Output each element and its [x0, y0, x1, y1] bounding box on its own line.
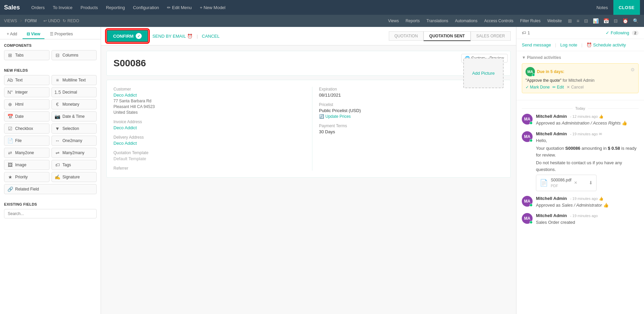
- update-prices-button[interactable]: 🔄 Update Prices: [319, 114, 504, 119]
- monetary-icon: €: [55, 102, 61, 107]
- nav-access-controls[interactable]: Access Controls: [482, 18, 515, 24]
- field-monetary[interactable]: € Monetary: [52, 99, 97, 109]
- gantt-view-icon[interactable]: ⊟: [612, 18, 619, 24]
- undo-button[interactable]: ↩ UNDO: [43, 19, 60, 23]
- breadcrumb: VIEWS > FORM ↩ UNDO ↻ REDO: [4, 19, 79, 23]
- grid-view-icon[interactable]: ⊟: [583, 18, 589, 24]
- customer-value[interactable]: Deco Addict: [113, 93, 305, 98]
- avatar-dot-4: [530, 221, 533, 224]
- msg-content-4: Mitchell Admin - 19 minutes ago Sales Or…: [536, 213, 639, 226]
- nav-automations[interactable]: Automations: [453, 18, 480, 24]
- field-many2many[interactable]: ⇌ Many2many: [52, 148, 97, 158]
- field-text-label: Text: [15, 78, 23, 82]
- tab-add[interactable]: + Add: [3, 30, 21, 39]
- field-one2many-label: One2many: [63, 138, 82, 143]
- field-html[interactable]: ⊕ Html: [4, 99, 49, 109]
- activity-item: MA Due in 5 days: "Approve the quote" fo…: [522, 63, 639, 93]
- nav-new-model[interactable]: + New Model: [197, 3, 229, 12]
- tab-view[interactable]: ⊟ View: [23, 30, 44, 39]
- invoice-address-label: Invoice Address: [113, 119, 305, 124]
- component-tabs-label: Tabs: [15, 53, 24, 58]
- field-selection[interactable]: ▼ Selection: [52, 124, 97, 134]
- pricelist-value: Public Pricelist (USD): [319, 108, 504, 113]
- search-icon[interactable]: 🔍: [632, 18, 640, 24]
- right-actions: Send message | Log note | ⏰ Schedule act…: [516, 39, 644, 51]
- pdf-download-button[interactable]: ⬇: [589, 179, 593, 186]
- activity-header: MA Due in 5 days: "Approve the quote" fo…: [526, 67, 635, 83]
- schedule-activity-button[interactable]: ⏰ Schedule activity: [586, 42, 626, 47]
- status-quotation[interactable]: QUOTATION: [389, 31, 424, 41]
- customer-address-line3: United States: [113, 110, 305, 115]
- list-view-icon[interactable]: ≡: [575, 18, 581, 24]
- field-checkbox[interactable]: ☑ Checkbox: [4, 124, 49, 134]
- send-by-email-button[interactable]: SEND BY EMAIL ⏰: [152, 34, 193, 39]
- cancel-activity-button[interactable]: ✕ Cancel: [567, 85, 584, 90]
- mark-done-button[interactable]: ✓ Mark Done: [526, 85, 550, 90]
- tag-icon: 🏷: [522, 30, 526, 35]
- nav-edit-menu[interactable]: ✏ Edit Menu: [164, 3, 195, 12]
- field-text[interactable]: Ab Text: [4, 75, 49, 85]
- redo-button[interactable]: ↻ REDO: [63, 19, 79, 23]
- confirm-icon: ✓: [136, 33, 142, 39]
- nav-products[interactable]: Products: [77, 3, 101, 12]
- new-fields-title: New Fields: [4, 68, 97, 72]
- close-button[interactable]: CLOSE: [613, 0, 640, 15]
- field-datetime[interactable]: 📷 Date & Time: [52, 111, 97, 121]
- status-quotation-sent[interactable]: QUOTATION SENT: [423, 31, 471, 41]
- field-related[interactable]: 🔗 Related Field: [4, 184, 97, 194]
- nav-reporting[interactable]: Reporting: [103, 3, 128, 12]
- field-signature[interactable]: ✍ Signature: [52, 172, 97, 182]
- nav-orders[interactable]: Orders: [28, 3, 48, 12]
- send-message-button[interactable]: Send message: [522, 42, 551, 47]
- gear-icon[interactable]: ⚙: [631, 67, 635, 72]
- new-fields-grid: Ab Text ≡ Multiline Text N° Integer 1.5 …: [4, 75, 97, 194]
- field-many2one[interactable]: ⇄ Many2one: [4, 148, 49, 158]
- tab-properties[interactable]: ☰ Properties: [46, 30, 77, 39]
- field-decimal[interactable]: 1.5 Decimal: [52, 87, 97, 97]
- field-integer[interactable]: N° Integer: [4, 87, 49, 97]
- field-tags[interactable]: 🏷 Tags: [52, 160, 97, 170]
- field-priority[interactable]: ★ Priority: [4, 172, 49, 182]
- expiration-value: 08/11/2021: [319, 93, 504, 98]
- field-date[interactable]: 📅 Date: [4, 111, 49, 121]
- field-multiline-text[interactable]: ≡ Multiline Text: [52, 75, 97, 85]
- nav-reports[interactable]: Reports: [404, 18, 422, 24]
- datetime-icon: 📷: [55, 114, 61, 119]
- nav-website[interactable]: Website: [545, 18, 564, 24]
- tag-badge[interactable]: 🏷 1: [522, 30, 530, 35]
- calendar-view-icon[interactable]: 📅: [602, 18, 610, 24]
- following-count: 2: [632, 31, 639, 35]
- delivery-address-value[interactable]: Deco Addict: [113, 141, 305, 146]
- second-bar-right: Views Reports Translations Automations A…: [386, 18, 640, 24]
- field-one2many[interactable]: ↔ One2many: [52, 136, 97, 146]
- log-note-button[interactable]: Log note: [560, 42, 577, 47]
- add-picture-button[interactable]: Add Picture: [463, 58, 504, 88]
- nav-configuration[interactable]: Configuration: [130, 3, 162, 12]
- component-tabs[interactable]: ⊞ Tabs: [4, 50, 49, 60]
- cancel-button[interactable]: CANCEL: [202, 34, 220, 39]
- form-row: Customer Deco Addict 77 Santa Barbara Rd…: [113, 87, 504, 171]
- field-file[interactable]: 📄 File: [4, 136, 49, 146]
- image-icon: 🖼: [7, 162, 13, 168]
- activity-for: for Mitchell Admin: [563, 78, 595, 83]
- existing-fields-search[interactable]: [4, 209, 97, 218]
- kanban-view-icon[interactable]: ⊞: [567, 18, 573, 24]
- pivot-view-icon[interactable]: 📊: [591, 18, 600, 24]
- nav-translations[interactable]: Translations: [425, 18, 450, 24]
- status-bar: QUOTATION QUOTATION SENT SALES ORDER: [389, 31, 511, 41]
- status-sales-order[interactable]: SALES ORDER: [471, 31, 511, 41]
- invoice-address-value[interactable]: Deco Addict: [113, 125, 305, 130]
- pdf-close-button[interactable]: ✕: [574, 180, 577, 186]
- notes-button[interactable]: Notes: [597, 5, 608, 10]
- clock-icon[interactable]: ⏰: [621, 18, 630, 24]
- nav-to-invoice[interactable]: To Invoice: [49, 3, 76, 12]
- activities-title: ▼ Planned activities: [522, 55, 639, 60]
- edit-activity-button[interactable]: ✏ Edit: [552, 85, 564, 90]
- nav-filter-rules[interactable]: Filter Rules: [518, 18, 543, 24]
- msg-text-2: Hello, Your quotation S00086 amounting i…: [536, 137, 639, 191]
- confirm-button[interactable]: CONFIRM ✓: [106, 30, 148, 42]
- field-image[interactable]: 🖼 Image: [4, 160, 49, 170]
- nav-views[interactable]: Views: [386, 18, 401, 24]
- component-columns[interactable]: ⊟ Columns: [52, 50, 97, 60]
- following-button[interactable]: ✓ Following: [606, 30, 629, 35]
